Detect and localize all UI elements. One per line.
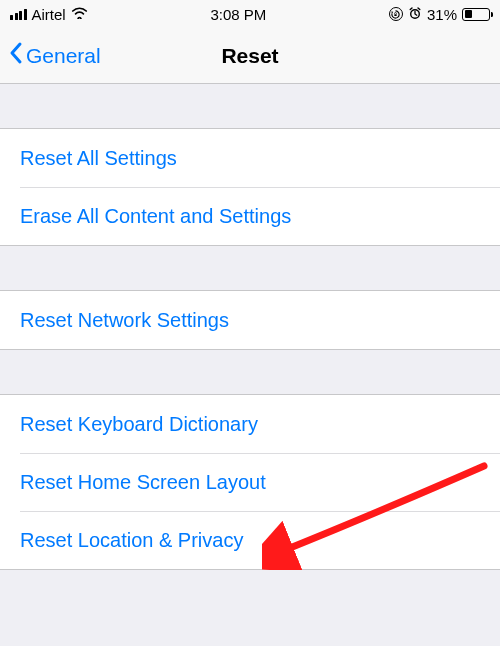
- battery-icon: [462, 8, 490, 21]
- row-label: Reset Keyboard Dictionary: [20, 413, 258, 436]
- erase-all-content[interactable]: Erase All Content and Settings: [0, 187, 500, 245]
- wifi-icon: [71, 6, 88, 22]
- clock: 3:08 PM: [210, 6, 266, 23]
- alarm-icon: [408, 6, 422, 23]
- status-left: Airtel: [10, 6, 88, 23]
- reset-location-privacy[interactable]: Reset Location & Privacy: [0, 511, 500, 569]
- group-1: Reset All Settings Erase All Content and…: [0, 128, 500, 246]
- reset-home-screen-layout[interactable]: Reset Home Screen Layout: [0, 453, 500, 511]
- status-bar: Airtel 3:08 PM 31%: [0, 0, 500, 28]
- back-label: General: [26, 44, 101, 68]
- group-3: Reset Keyboard Dictionary Reset Home Scr…: [0, 394, 500, 570]
- carrier-label: Airtel: [32, 6, 66, 23]
- page-title: Reset: [221, 44, 278, 68]
- row-label: Reset Home Screen Layout: [20, 471, 266, 494]
- group-2: Reset Network Settings: [0, 290, 500, 350]
- battery-percent: 31%: [427, 6, 457, 23]
- content: Reset All Settings Erase All Content and…: [0, 84, 500, 570]
- row-label: Erase All Content and Settings: [20, 205, 291, 228]
- reset-keyboard-dictionary[interactable]: Reset Keyboard Dictionary: [0, 395, 500, 453]
- reset-all-settings[interactable]: Reset All Settings: [0, 129, 500, 187]
- svg-rect-0: [395, 14, 397, 16]
- orientation-lock-icon: [389, 7, 403, 21]
- chevron-left-icon: [8, 41, 24, 70]
- row-label: Reset Network Settings: [20, 309, 229, 332]
- signal-icon: [10, 9, 27, 20]
- nav-bar: General Reset: [0, 28, 500, 84]
- row-label: Reset All Settings: [20, 147, 177, 170]
- reset-network-settings[interactable]: Reset Network Settings: [0, 291, 500, 349]
- back-button[interactable]: General: [8, 41, 101, 70]
- row-label: Reset Location & Privacy: [20, 529, 243, 552]
- status-right: 31%: [389, 6, 490, 23]
